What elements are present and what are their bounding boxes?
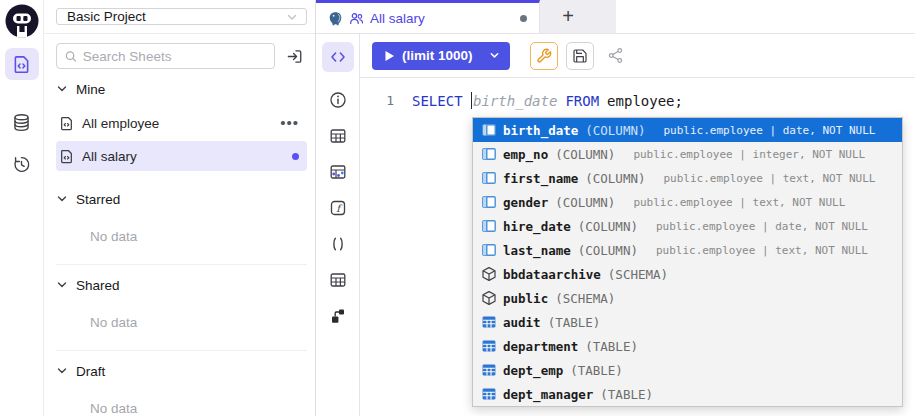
- table-panel-button[interactable]: [321, 121, 355, 151]
- autocomplete-popup: birth_date (COLUMN) public.employee | da…: [472, 117, 903, 407]
- suggestion-audit[interactable]: audit (TABLE): [473, 310, 902, 334]
- suggestion-last-name[interactable]: last_name (COLUMN) public.employee | tex…: [473, 238, 902, 262]
- run-options-dropdown[interactable]: [483, 42, 510, 70]
- line-number: 1: [360, 93, 404, 108]
- rail-sheets-button[interactable]: [5, 48, 39, 80]
- rail-history-button[interactable]: [5, 148, 39, 180]
- info-icon: [329, 91, 347, 109]
- schema-icon: [481, 290, 497, 306]
- sidebar-sections: Mine All employee ••• All salary: [44, 69, 315, 416]
- save-sheet-button[interactable]: [566, 42, 594, 70]
- suggestion-bbdataarchive[interactable]: bbdataarchive (SCHEMA): [473, 262, 902, 286]
- column-icon: [481, 122, 497, 138]
- sheet-item-label: All salary: [82, 149, 284, 164]
- search-row: [56, 43, 305, 69]
- suggestion-dept-manager[interactable]: dept_manager (TABLE): [473, 382, 902, 406]
- schema-icon: [481, 266, 497, 282]
- more-actions-icon[interactable]: •••: [280, 119, 299, 127]
- editor-column: (limit 1000): [360, 34, 915, 416]
- chevron-down-icon: [489, 50, 500, 61]
- info-button[interactable]: [321, 85, 355, 115]
- suggestion-public[interactable]: public (SCHEMA): [473, 286, 902, 310]
- suggestion-dept-emp[interactable]: dept_emp (TABLE): [473, 358, 902, 382]
- code-view-button[interactable]: [322, 42, 354, 72]
- section-starred[interactable]: Starred: [56, 183, 307, 215]
- unsaved-dot: [292, 153, 299, 160]
- ghost-suggestion: birth_date: [473, 93, 557, 109]
- table-icon: [481, 362, 497, 378]
- run-query-main[interactable]: (limit 1000): [372, 48, 483, 63]
- suggestion-hire-date[interactable]: hire_date (COLUMN) public.employee | dat…: [473, 214, 902, 238]
- left-rail: [0, 0, 44, 416]
- tab-strip: All salary +: [316, 0, 616, 33]
- column-icon: [481, 146, 497, 162]
- search-input[interactable]: [83, 49, 266, 64]
- column-icon: [481, 170, 497, 186]
- schema-diagram-button[interactable]: [321, 157, 355, 187]
- code-content: SELECT birth_date FROM employee;: [412, 92, 683, 109]
- empty-state: No data: [56, 215, 307, 256]
- run-query-button[interactable]: (limit 1000): [372, 42, 510, 70]
- group-icon: [349, 11, 364, 26]
- chevron-down-icon: [286, 11, 298, 23]
- column-icon: [481, 242, 497, 258]
- empty-state: No data: [56, 301, 307, 342]
- bytebase-logo[interactable]: [4, 3, 40, 39]
- history-icon: [12, 155, 31, 174]
- section-shared[interactable]: Shared: [56, 269, 307, 301]
- tab-dirty-dot: [520, 15, 527, 22]
- parentheses-icon: [329, 235, 347, 253]
- share-sheet-button[interactable]: [602, 42, 630, 70]
- data-table-button[interactable]: [321, 265, 355, 295]
- section-mine[interactable]: Mine: [56, 73, 307, 105]
- editor-icon-strip: f: [316, 34, 360, 416]
- add-tab-button[interactable]: +: [540, 0, 596, 33]
- project-select[interactable]: Basic Project: [56, 8, 307, 25]
- suggestion-gender[interactable]: gender (COLUMN) public.employee | text, …: [473, 190, 902, 214]
- save-icon: [572, 48, 588, 64]
- chevron-down-icon: [56, 83, 68, 95]
- search-icon: [65, 50, 77, 63]
- wrench-icon: [536, 48, 552, 64]
- sql-editor[interactable]: 1 SELECT birth_date FROM employee;: [360, 78, 915, 416]
- section-label: Starred: [76, 192, 120, 207]
- sql-editor-app: Basic Project: [0, 0, 915, 416]
- sheet-sidebar: Basic Project: [44, 0, 316, 416]
- main-body: f: [316, 34, 915, 416]
- tab-bar: All salary +: [316, 0, 915, 34]
- run-limit-label: (limit 1000): [402, 48, 473, 63]
- schema-diagram-icon: [329, 163, 347, 181]
- sheet-item-label: All employee: [82, 116, 272, 131]
- format-sql-button[interactable]: [530, 42, 558, 70]
- suggestion-department[interactable]: department (TABLE): [473, 334, 902, 358]
- suggestion-emp-no[interactable]: emp_no (COLUMN) public.employee | intege…: [473, 142, 902, 166]
- workflow-icon: [329, 307, 347, 325]
- postgresql-icon: [328, 11, 343, 26]
- code-line-1: 1 SELECT birth_date FROM employee;: [360, 78, 915, 109]
- sheet-item-all-salary[interactable]: All salary: [56, 141, 307, 171]
- suggestion-first-name[interactable]: first_name (COLUMN) public.employee | te…: [473, 166, 902, 190]
- database-icon: [12, 113, 31, 132]
- section-label: Shared: [76, 278, 120, 293]
- rail-databases-button[interactable]: [5, 106, 39, 138]
- function-button[interactable]: f: [321, 193, 355, 223]
- tab-label: All salary: [370, 11, 425, 26]
- sheet-icon: [59, 116, 74, 131]
- empty-state: No data: [56, 387, 307, 416]
- sql-text: employee;: [607, 93, 683, 109]
- chevron-down-icon: [56, 365, 68, 377]
- suggestion-birth-date[interactable]: birth_date (COLUMN) public.employee | da…: [473, 118, 902, 142]
- section-draft[interactable]: Draft: [56, 355, 307, 387]
- sql-keyword: SELECT: [412, 93, 463, 109]
- import-sheet-button[interactable]: [283, 45, 305, 67]
- workflow-button[interactable]: [321, 301, 355, 331]
- parentheses-button[interactable]: [321, 229, 355, 259]
- svg-text:f: f: [336, 203, 343, 214]
- divider: [44, 33, 315, 34]
- column-icon: [481, 218, 497, 234]
- divider: [56, 350, 307, 351]
- sheet-item-all-employee[interactable]: All employee •••: [56, 108, 307, 138]
- tab-all-salary[interactable]: All salary: [316, 0, 540, 33]
- table-icon: [329, 271, 347, 289]
- import-icon: [286, 48, 303, 65]
